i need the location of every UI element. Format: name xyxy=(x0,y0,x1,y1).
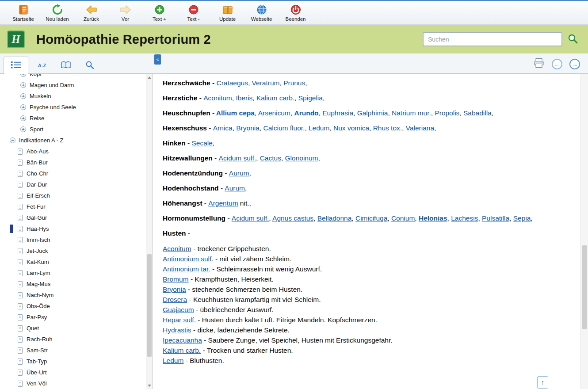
remedy-link-lachesis[interactable]: Lachesis xyxy=(451,214,478,222)
remedy-link-hydrastis[interactable]: Hydrastis xyxy=(163,326,191,334)
remedy-link-kalium-carb[interactable]: Kalium carb. xyxy=(256,94,294,102)
sidebar-item-lam-lym[interactable]: Lam-Lym xyxy=(0,267,153,278)
collapse-sidebar-button[interactable]: « xyxy=(154,54,161,65)
scroll-down-arrow-icon[interactable] xyxy=(146,383,153,388)
print-button[interactable] xyxy=(533,57,545,71)
remedy-link-cimicifuga[interactable]: Cimicifuga xyxy=(355,214,387,222)
toolbar-button-neu-laden[interactable]: Neu laden xyxy=(40,4,74,22)
remedy-link-antimonium-sulf[interactable]: Antimonium sulf. xyxy=(163,255,214,263)
nav-forward-button[interactable]: → xyxy=(569,59,580,69)
sidebar-item-quet[interactable]: Quet xyxy=(0,323,153,334)
remedy-link-guajacum[interactable]: Guajacum xyxy=(163,306,194,313)
scroll-up-arrow-icon[interactable] xyxy=(146,75,153,80)
remedy-link-secale[interactable]: Secale xyxy=(191,139,212,147)
toolbar-button-zurueck[interactable]: Zurück xyxy=(74,4,108,22)
sidebar-item-dar-dur[interactable]: Dar-Dur xyxy=(0,179,153,190)
toolbar-button-text-minus[interactable]: Text - xyxy=(176,4,210,22)
tab-contents[interactable] xyxy=(4,57,28,74)
sidebar-item-gal-gür[interactable]: Gal-Gür xyxy=(0,212,153,223)
remedy-link-veratrum[interactable]: Veratrum xyxy=(252,79,280,87)
remedy-link-propolis[interactable]: Propolis xyxy=(435,109,459,117)
remedy-link-arundo[interactable]: Arundo xyxy=(294,109,318,117)
remedy-link-pulsatilla[interactable]: Pulsatilla xyxy=(482,214,509,222)
remedy-link-galphimia[interactable]: Galphimia xyxy=(357,109,388,117)
scroll-top-button[interactable]: ↑ xyxy=(537,376,548,389)
remedy-link-bromum[interactable]: Bromum xyxy=(163,275,189,283)
tab-glossary[interactable] xyxy=(56,58,76,73)
content-scrollbar[interactable] xyxy=(580,74,588,389)
remedy-link-antimonium-tar[interactable]: Antimonium tar. xyxy=(163,265,210,273)
sidebar-item-eif-ersch[interactable]: Eif-Ersch xyxy=(0,190,153,201)
sidebar-item-cho-chr[interactable]: Cho-Chr xyxy=(0,168,153,179)
remedy-link-glonoinum[interactable]: Glonoinum xyxy=(285,154,318,162)
sidebar-item-bän-bur[interactable]: Bän-Bur xyxy=(0,157,153,168)
remedy-link-sepia[interactable]: Sepia xyxy=(513,214,531,222)
remedy-link-iberis[interactable]: Iberis xyxy=(236,94,252,102)
toolbar-button-startseite[interactable]: Startseite xyxy=(6,4,40,22)
sidebar-item-jet-juck[interactable]: Jet-Juck xyxy=(0,245,153,256)
remedy-link-valeriana[interactable]: Valeriana xyxy=(406,124,434,132)
sidebar-scrollbar-thumb[interactable] xyxy=(147,254,152,357)
remedy-link-calcium-fluor[interactable]: Calcium fluor. xyxy=(263,124,305,132)
sidebar-item-nach-nym[interactable]: Nach-Nym xyxy=(0,290,153,301)
remedy-link-kalium-carb[interactable]: Kalium carb. xyxy=(163,347,201,354)
nav-back-button[interactable]: ← xyxy=(552,59,562,69)
sidebar-item-kopf[interactable]: +Kopf xyxy=(0,74,153,80)
remedy-link-arnica[interactable]: Arnica xyxy=(213,124,233,132)
remedy-link-natrium-mur[interactable]: Natrium mur. xyxy=(392,109,431,117)
remedy-link-rhus-tox[interactable]: Rhus tox. xyxy=(373,124,402,132)
remedy-link-belladonna[interactable]: Belladonna xyxy=(317,214,352,222)
remedy-link-cactus[interactable]: Cactus xyxy=(260,154,281,162)
remedy-link-aurum[interactable]: Aurum xyxy=(225,184,245,192)
remedy-link-ipecacuanha[interactable]: Ipecacuanha xyxy=(163,336,202,344)
remedy-link-crataegus[interactable]: Crataegus xyxy=(216,79,248,87)
toolbar-button-vor[interactable]: Vor xyxy=(108,4,142,22)
tab-search[interactable] xyxy=(80,58,100,73)
sidebar-item-reise[interactable]: +Reise xyxy=(0,113,153,124)
remedy-link-allium-cepa[interactable]: Allium cepa xyxy=(216,109,255,117)
remedy-link-acidum-sulf[interactable]: Acidum sulf. xyxy=(232,214,269,222)
sidebar-item-mag-mus[interactable]: Mag-Mus xyxy=(0,278,153,290)
remedy-link-acidum-sulf[interactable]: Acidum sulf. xyxy=(219,154,256,162)
tab-index[interactable]: A-Z xyxy=(32,58,52,73)
remedy-link-aurum[interactable]: Aurum xyxy=(229,169,249,177)
remedy-link-argentum[interactable]: Argentum xyxy=(208,199,238,207)
sidebar-item-sport[interactable]: +Sport xyxy=(0,124,153,135)
expand-node-icon[interactable]: + xyxy=(20,82,26,88)
remedy-link-ledum[interactable]: Ledum xyxy=(309,124,329,132)
remedy-link-ledum[interactable]: Ledum xyxy=(163,357,183,364)
remedy-link-conium[interactable]: Conium xyxy=(391,214,415,222)
expand-node-icon[interactable]: + xyxy=(20,115,26,121)
expand-node-icon[interactable]: + xyxy=(20,74,26,77)
sidebar-scrollbar[interactable] xyxy=(146,74,153,389)
sidebar-item-par-psy[interactable]: Par-Psy xyxy=(0,312,153,323)
expand-node-icon[interactable]: + xyxy=(20,104,26,110)
remedy-link-agnus-castus[interactable]: Agnus castus xyxy=(272,214,313,222)
remedy-link-helonias[interactable]: Helonias xyxy=(419,214,447,222)
expand-node-icon[interactable]: + xyxy=(20,93,26,99)
toolbar-button-text-plus[interactable]: Text + xyxy=(142,4,176,22)
remedy-link-hepar-sulf[interactable]: Hepar sulf. xyxy=(163,316,196,324)
collapse-node-icon[interactable]: − xyxy=(10,137,15,143)
remedy-link-bryonia[interactable]: Bryonia xyxy=(163,286,186,293)
sidebar-item-imm-isch[interactable]: Imm-Isch xyxy=(0,234,153,245)
remedy-link-aconitum[interactable]: Aconitum xyxy=(163,245,191,252)
remedy-link-prunus[interactable]: Prunus xyxy=(283,79,305,87)
remedy-link-euphrasia[interactable]: Euphrasia xyxy=(322,109,353,117)
remedy-link-drosera[interactable]: Drosera xyxy=(163,296,187,303)
toolbar-button-update[interactable]: Update xyxy=(210,4,244,22)
remedy-link-arsenicum[interactable]: Arsenicum xyxy=(258,109,290,117)
sidebar-item-rach-ruh[interactable]: Rach-Ruh xyxy=(0,334,153,345)
remedy-link-spigelia[interactable]: Spigelia xyxy=(298,94,323,102)
sidebar-item-haa-hys[interactable]: Haa-Hys xyxy=(0,223,153,234)
sidebar-item-psyche-und-seele[interactable]: +Psyche und Seele xyxy=(0,102,153,113)
sidebar-item-abo-aus[interactable]: Abo-Aus xyxy=(0,146,153,157)
remedy-link-sabadilla[interactable]: Sabadilla xyxy=(463,109,492,117)
sidebar-item-sam-str[interactable]: Sam-Str xyxy=(0,345,153,356)
sidebar-item-obs-öde[interactable]: Obs-Öde xyxy=(0,301,153,312)
content-scrollbar-thumb[interactable] xyxy=(582,245,587,329)
sidebar-item-übe-urt[interactable]: Übe-Urt xyxy=(0,367,153,378)
search-button[interactable] xyxy=(568,34,578,46)
remedy-link-bryonia[interactable]: Bryonia xyxy=(236,124,260,132)
remedy-link-nux-vomica[interactable]: Nux vomica xyxy=(333,124,369,132)
